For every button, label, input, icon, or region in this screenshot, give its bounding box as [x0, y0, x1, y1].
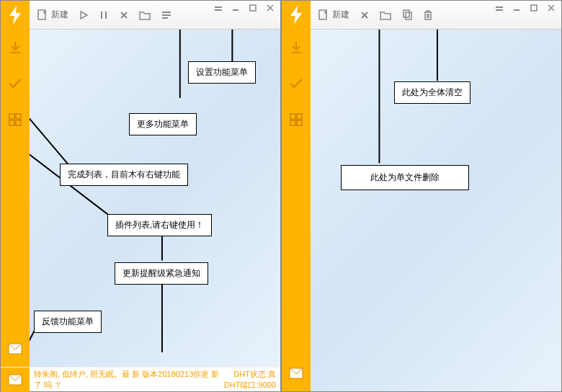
svg-rect-14: [290, 120, 295, 125]
grid-icon: [8, 112, 22, 127]
topbar: 新建: [1, 1, 280, 30]
minimize-button[interactable]: [511, 4, 522, 14]
app-logo: [282, 1, 311, 30]
copy-icon: [401, 9, 413, 21]
settings-button[interactable]: [213, 4, 224, 14]
check-icon: [7, 76, 23, 92]
svg-rect-10: [406, 12, 411, 19]
window-controls: [213, 4, 276, 14]
app-logo: [1, 1, 30, 30]
status-mail-button[interactable]: [1, 368, 30, 392]
more-button[interactable]: [159, 5, 174, 25]
download-icon: [7, 40, 23, 55]
new-label: 新建: [332, 9, 349, 21]
play-button[interactable]: [77, 5, 90, 25]
status-bar: 转朱阁, 低绮户, 照无眠。最 新 版本20180213你更 新 了 吗 ？ D…: [1, 367, 280, 391]
new-button[interactable]: 新建: [35, 5, 70, 25]
callout-plugins: 插件列表,请右键使用！: [107, 214, 212, 236]
svg-rect-13: [297, 114, 302, 119]
callout-update: 更新提醒级紧急通知: [115, 262, 208, 285]
sidebar-completed[interactable]: [282, 66, 311, 102]
close-icon: [360, 10, 370, 20]
copy-button[interactable]: [400, 5, 414, 25]
svg-rect-2: [9, 114, 14, 119]
window-controls: [494, 4, 557, 14]
new-doc-icon: [37, 9, 48, 21]
new-doc-icon: [318, 9, 329, 21]
callout-feedback: 反馈功能菜单: [34, 311, 102, 333]
svg-rect-4: [9, 120, 14, 125]
callout-delete-one: 此处为单文件删除: [341, 165, 469, 190]
minimize-button[interactable]: [230, 4, 241, 14]
sidebar-feedback[interactable]: [1, 331, 30, 367]
callout-settings: 设置功能菜单: [188, 61, 256, 84]
close-window-button[interactable]: [545, 4, 557, 14]
svg-rect-1: [250, 5, 256, 11]
svg-rect-15: [297, 120, 302, 125]
new-label: 新建: [51, 9, 68, 21]
mail-icon: [289, 368, 303, 379]
bolt-icon: [7, 6, 23, 24]
sidebar-download[interactable]: [1, 30, 30, 66]
maximize-button[interactable]: [528, 4, 540, 14]
play-icon: [79, 10, 89, 20]
topbar: 新建: [282, 1, 561, 30]
callout-more: 更多功能菜单: [129, 113, 197, 135]
cancel-button[interactable]: [117, 5, 130, 25]
sidebar-download[interactable]: [282, 30, 311, 66]
content-area: 设置功能菜单 更多功能菜单 完成列表，目前木有右键功能 插件列表,请右键使用！ …: [30, 30, 280, 367]
trash-icon: [423, 9, 433, 21]
sidebar-feedback[interactable]: [282, 355, 311, 391]
bolt-icon: [288, 6, 304, 24]
list-icon: [161, 10, 172, 20]
status-message: 转朱阁, 低绮户, 照无眠。最 新 版本20180213你更 新 了 吗 ？: [30, 369, 224, 390]
svg-rect-9: [403, 10, 409, 17]
body: 设置功能菜单 更多功能菜单 完成列表，目前木有右键功能 插件列表,请右键使用！ …: [1, 30, 280, 367]
check-icon: [288, 76, 304, 92]
grid-icon: [289, 112, 303, 127]
sidebar: [282, 30, 311, 391]
maximize-button[interactable]: [247, 4, 259, 14]
callout-clear-all: 此处为全体清空: [394, 81, 470, 104]
close-window-button[interactable]: [264, 4, 276, 14]
callout-completed: 完成列表，目前木有右键功能: [60, 164, 188, 186]
svg-rect-5: [16, 120, 21, 125]
sidebar-plugins[interactable]: [282, 102, 311, 138]
svg-rect-3: [16, 114, 21, 119]
body: 此处为全体清空 此处为单文件删除: [282, 30, 561, 391]
sidebar-plugins[interactable]: [1, 102, 30, 138]
folder-button[interactable]: [378, 5, 393, 25]
sidebar-completed[interactable]: [1, 66, 30, 102]
pause-button[interactable]: [97, 5, 110, 25]
settings-button[interactable]: [494, 4, 505, 14]
folder-icon: [380, 10, 391, 20]
mail-icon: [8, 374, 22, 386]
delete-button[interactable]: [358, 5, 371, 25]
folder-icon: [139, 10, 151, 20]
window-left: 新建: [0, 0, 281, 392]
folder-button[interactable]: [138, 5, 152, 25]
svg-rect-11: [531, 5, 537, 11]
status-dht: DHT状态:真 DHT端口:9000: [224, 369, 280, 390]
clear-all-button[interactable]: [422, 5, 434, 25]
mail-icon: [8, 343, 22, 355]
close-icon: [119, 10, 129, 20]
pause-icon: [99, 10, 109, 20]
new-button[interactable]: 新建: [316, 5, 351, 25]
sidebar: [1, 30, 30, 367]
window-right: 新建: [281, 0, 562, 392]
svg-rect-12: [290, 114, 295, 119]
download-icon: [288, 40, 304, 55]
content-area: 此处为全体清空 此处为单文件删除: [311, 30, 561, 391]
